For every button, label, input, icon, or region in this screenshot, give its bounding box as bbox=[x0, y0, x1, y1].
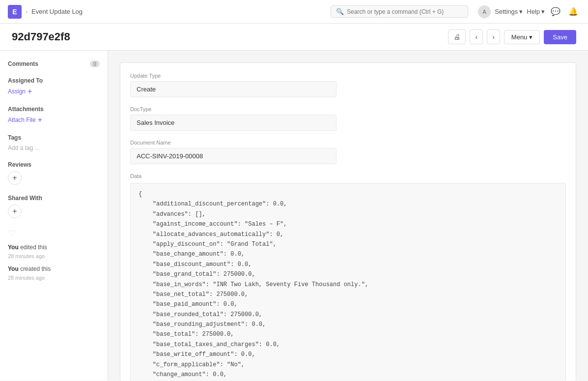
update-type-label: Update Type bbox=[130, 73, 566, 79]
attach-file-add-button[interactable]: + bbox=[38, 116, 42, 124]
doctype-field: DocType Sales Invoice bbox=[130, 106, 566, 131]
comments-label: Comments bbox=[8, 60, 38, 67]
print-button[interactable]: 🖨 bbox=[448, 29, 466, 44]
settings-chevron-icon: ▾ bbox=[519, 8, 523, 15]
heart-icon[interactable]: ♡ bbox=[8, 228, 100, 239]
avatar: A bbox=[478, 5, 491, 18]
reviews-label: Reviews bbox=[8, 161, 31, 168]
comments-section: Comments 0 bbox=[8, 60, 100, 67]
search-input[interactable] bbox=[347, 8, 463, 15]
assigned-to-label: Assigned To bbox=[8, 77, 43, 84]
breadcrumb-page-name: Event Update Log bbox=[31, 8, 83, 15]
data-field: Data { "additional_discount_percentage":… bbox=[130, 173, 566, 381]
shared-with-section: Shared With + bbox=[8, 195, 100, 218]
form-section: Update Type Create DocType Sales Invoice… bbox=[120, 62, 576, 381]
assigned-to-section: Assigned To Assign + bbox=[8, 77, 100, 96]
navbar: E › Event Update Log 🔍 A Settings ▾ Help… bbox=[0, 0, 588, 24]
page-actions: 🖨 ‹ › Menu ▾ Save bbox=[448, 29, 576, 44]
breadcrumb-separator: › bbox=[26, 8, 28, 15]
update-type-field: Update Type Create bbox=[130, 73, 566, 97]
add-tag-input[interactable]: Add a tag ... bbox=[8, 145, 40, 151]
search-bar[interactable]: 🔍 bbox=[331, 5, 468, 18]
page-header: 92d797e2f8 🖨 ‹ › Menu ▾ Save bbox=[0, 24, 588, 51]
assign-link[interactable]: Assign bbox=[8, 88, 26, 95]
reviews-section: Reviews + bbox=[8, 161, 100, 185]
help-chevron-icon: ▾ bbox=[541, 8, 545, 15]
menu-chevron-icon: ▾ bbox=[529, 33, 532, 41]
data-label: Data bbox=[130, 173, 566, 179]
activity-item-2: You created this 28 minutes ago bbox=[8, 264, 100, 282]
document-name-label: Document Name bbox=[130, 140, 566, 146]
sidebar: Comments 0 Assigned To Assign + Attachme… bbox=[0, 51, 108, 381]
update-type-value: Create bbox=[130, 81, 336, 97]
save-button[interactable]: Save bbox=[544, 30, 576, 44]
comments-count: 0 bbox=[90, 60, 100, 67]
doctype-value: Sales Invoice bbox=[130, 115, 336, 131]
chat-icon-button[interactable]: 💬 bbox=[549, 5, 562, 18]
page-title: 92d797e2f8 bbox=[12, 30, 70, 43]
reviews-add-button[interactable]: + bbox=[8, 171, 22, 185]
tags-section: Tags Add a tag ... bbox=[8, 134, 100, 151]
activity-item-1: You edited this 28 minutes ago bbox=[8, 243, 100, 261]
attach-file-link[interactable]: Attach File bbox=[8, 117, 36, 123]
help-button[interactable]: Help ▾ bbox=[527, 8, 545, 15]
shared-add-button[interactable]: + bbox=[8, 205, 22, 218]
attachments-section: Attachments Attach File + bbox=[8, 106, 100, 124]
doctype-label: DocType bbox=[130, 106, 566, 112]
shared-with-label: Shared With bbox=[8, 195, 42, 202]
app-icon: E bbox=[8, 5, 22, 19]
content-area: Update Type Create DocType Sales Invoice… bbox=[108, 51, 588, 381]
data-value: { "additional_discount_percentage": 0.0,… bbox=[130, 183, 566, 381]
main-layout: Comments 0 Assigned To Assign + Attachme… bbox=[0, 51, 588, 381]
menu-button[interactable]: Menu ▾ bbox=[504, 30, 540, 44]
assign-add-button[interactable]: + bbox=[28, 87, 32, 96]
navbar-right: A Settings ▾ Help ▾ 💬 🔔 bbox=[478, 5, 580, 18]
tags-label: Tags bbox=[8, 134, 21, 141]
search-icon: 🔍 bbox=[336, 8, 344, 15]
next-button[interactable]: › bbox=[487, 29, 500, 44]
prev-button[interactable]: ‹ bbox=[470, 29, 483, 44]
document-name-value: ACC-SINV-2019-00008 bbox=[130, 148, 336, 164]
document-name-field: Document Name ACC-SINV-2019-00008 bbox=[130, 140, 566, 164]
settings-button[interactable]: Settings ▾ bbox=[495, 8, 523, 15]
attachments-label: Attachments bbox=[8, 106, 44, 113]
bell-icon-button[interactable]: 🔔 bbox=[566, 5, 580, 18]
